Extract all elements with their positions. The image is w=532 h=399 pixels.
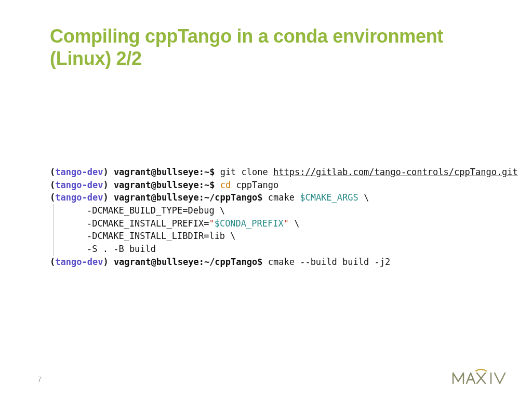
prompt-host: vagrant@bullseye — [114, 257, 199, 267]
env-var: $CONDA_PREFIX — [215, 218, 284, 229]
prompt-host: vagrant@bullseye — [114, 180, 199, 190]
prompt-path: ~/cppTango — [204, 192, 257, 203]
terminal-block: (tango-dev) vagrant@bullseye:~$ git clon… — [50, 153, 495, 281]
terminal-line: -S . -B build — [53, 243, 156, 256]
cmake-arg: -S . -B build — [87, 244, 156, 254]
prompt-host: vagrant@bullseye — [114, 167, 199, 177]
command: cd — [220, 180, 231, 190]
prompt-path: ~/cppTango — [204, 257, 257, 267]
terminal-line: (tango-dev) vagrant@bullseye:~$ cd cppTa… — [50, 180, 278, 190]
command: git clone — [220, 167, 268, 177]
env-label: tango-dev — [55, 192, 103, 203]
repo-url-link[interactable]: https://gitlab.com/tango-controls/cppTan… — [273, 167, 518, 177]
env-label: tango-dev — [55, 257, 103, 267]
env-var: $CMAKE_ARGS — [300, 192, 358, 203]
slide: Compiling cppTango in a conda environmen… — [0, 0, 532, 399]
cmake-arg: -DCMAKE_BUILD_TYPE=Debug \ — [87, 205, 225, 216]
command-args: cppTango — [236, 180, 278, 190]
quote-open: " — [209, 218, 214, 229]
command: cmake — [268, 192, 295, 203]
env-label: tango-dev — [55, 167, 103, 177]
env-label: tango-dev — [55, 180, 103, 190]
page-number: 7 — [37, 375, 42, 383]
terminal-line: -DCMAKE_INSTALL_PREFIX="$CONDA_PREFIX" \ — [53, 217, 299, 230]
maxiv-logo — [452, 369, 509, 387]
command: cmake --build build -j2 — [268, 257, 390, 267]
prompt-path: ~ — [204, 180, 209, 190]
prompt-path: ~ — [204, 167, 209, 177]
cmake-arg-prefix: -DCMAKE_INSTALL_PREFIX= — [87, 218, 209, 229]
maxiv-logo-icon — [452, 369, 509, 387]
line-tail: \ — [289, 218, 299, 229]
line-tail: \ — [358, 192, 369, 203]
cmake-arg: -DCMAKE_INSTALL_LIBDIR=lib \ — [87, 231, 236, 241]
terminal-line: (tango-dev) vagrant@bullseye:~/cppTango$… — [50, 257, 390, 267]
terminal-line: -DCMAKE_INSTALL_LIBDIR=lib \ — [53, 230, 236, 243]
slide-title: Compiling cppTango in a conda environmen… — [50, 25, 495, 70]
terminal-line: (tango-dev) vagrant@bullseye:~/cppTango$… — [50, 192, 369, 203]
quote-close: " — [284, 218, 289, 229]
prompt-host: vagrant@bullseye — [114, 192, 199, 203]
terminal-line: -DCMAKE_BUILD_TYPE=Debug \ — [53, 204, 225, 217]
terminal-line: (tango-dev) vagrant@bullseye:~$ git clon… — [50, 167, 518, 177]
